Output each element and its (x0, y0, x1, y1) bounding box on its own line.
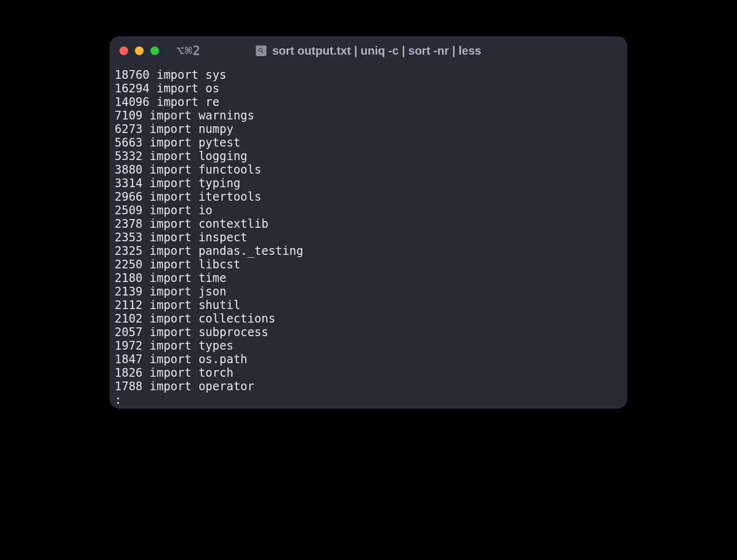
output-line: 2966 import itertools (115, 190, 622, 204)
less-prompt[interactable]: : (115, 393, 622, 407)
output-line: 2378 import contextlib (115, 217, 622, 231)
output-line: 2353 import inspect (115, 231, 622, 244)
output-line: 1826 import torch (115, 366, 622, 380)
tab-shortcut: ⌥⌘2 (177, 44, 201, 58)
maximize-button[interactable] (150, 46, 159, 55)
terminal-window: ⌥⌘2 sort output.txt | uniq -c | sort -nr… (110, 36, 627, 409)
minimize-button[interactable] (135, 46, 144, 55)
output-line: 16294 import os (115, 82, 622, 95)
output-line: 2509 import io (115, 204, 622, 217)
output-line: 2325 import pandas._testing (115, 244, 622, 258)
output-line: 2102 import collections (115, 312, 622, 325)
terminal-output[interactable]: 18760 import sys16294 import os14096 imp… (110, 65, 627, 409)
search-icon (256, 45, 266, 56)
output-line: 1847 import os.path (115, 353, 622, 366)
window-title: sort output.txt | uniq -c | sort -nr | l… (272, 44, 481, 58)
output-line: 18760 import sys (115, 68, 622, 82)
output-line: 6273 import numpy (115, 122, 622, 136)
output-line: 1788 import operator (115, 380, 622, 393)
output-line: 14096 import re (115, 95, 622, 109)
output-line: 1972 import types (115, 339, 622, 353)
output-line: 2139 import json (115, 285, 622, 298)
traffic-lights (119, 46, 159, 55)
output-line: 2250 import libcst (115, 258, 622, 271)
output-line: 2180 import time (115, 271, 622, 285)
output-line: 7109 import warnings (115, 109, 622, 122)
output-line: 2112 import shutil (115, 298, 622, 312)
output-line: 5332 import logging (115, 149, 622, 163)
output-line: 2057 import subprocess (115, 325, 622, 339)
output-line: 3314 import typing (115, 177, 622, 190)
close-button[interactable] (119, 46, 128, 55)
output-line: 5663 import pytest (115, 136, 622, 149)
title-bar: ⌥⌘2 sort output.txt | uniq -c | sort -nr… (110, 36, 627, 65)
output-line: 3880 import functools (115, 163, 622, 177)
